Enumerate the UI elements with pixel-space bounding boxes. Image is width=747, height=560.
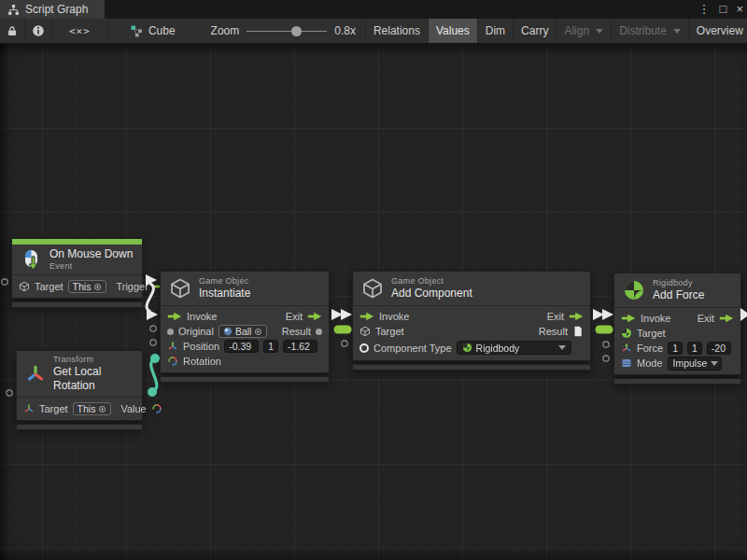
- component-type-dropdown[interactable]: Rigidbody: [457, 341, 571, 355]
- lock-button[interactable]: [0, 19, 25, 43]
- target-object-field[interactable]: This: [73, 402, 112, 415]
- force-y-field[interactable]: 1: [687, 342, 702, 355]
- graph-name: Cube: [148, 24, 176, 37]
- distribute-button[interactable]: Distribute: [611, 19, 688, 43]
- window-maximize-icon[interactable]: □: [720, 0, 727, 19]
- flow-input-port[interactable]: [167, 312, 182, 321]
- node-subtitle: Game Objec: [199, 276, 250, 287]
- carry-button[interactable]: Carry: [513, 19, 556, 43]
- game-object-icon: [361, 277, 384, 300]
- flow-output-port[interactable]: [569, 312, 584, 321]
- port-label-result: Result: [282, 326, 311, 337]
- rigidbody-icon: [623, 279, 645, 301]
- mode-dropdown[interactable]: Impulse: [668, 357, 722, 371]
- node-add-force[interactable]: Rigidbody Add Force Invoke Exit: [613, 273, 741, 385]
- zoom-control: Zoom 0.8x: [202, 19, 365, 43]
- game-object-icon: [169, 277, 191, 300]
- port-label-target: Target: [35, 281, 63, 292]
- component-page-icon[interactable]: [572, 326, 584, 337]
- unconnected-port: [2, 279, 7, 285]
- zoom-slider[interactable]: [247, 19, 327, 44]
- port-label-component-type: Component Type: [374, 343, 452, 354]
- graph-breadcrumb[interactable]: Cube: [121, 19, 185, 43]
- graph-canvas[interactable]: On Mouse Down Event Target This: [0, 44, 747, 560]
- port-label-trigger: Trigger: [116, 281, 148, 292]
- rigidbody-icon: [462, 343, 472, 353]
- inspect-button[interactable]: [25, 19, 52, 43]
- flow-input-port[interactable]: [359, 312, 374, 321]
- dropdown-caret-icon: [558, 345, 566, 350]
- port-label-value: Value: [120, 403, 146, 414]
- window-close-icon[interactable]: ×: [736, 0, 743, 19]
- relations-button[interactable]: Relations: [365, 19, 428, 43]
- force-vector-icon: [621, 343, 632, 354]
- game-object-icon: [19, 281, 30, 292]
- position-vector-icon: [167, 341, 178, 352]
- port-label-mode: Mode: [637, 357, 663, 369]
- node-footer: [16, 424, 143, 430]
- port-label-force: Force: [637, 343, 663, 354]
- script-graph-window: Script Graph ⋮ □ × <×>: [0, 0, 747, 560]
- unconnected-port: [342, 341, 347, 346]
- dropdown-caret-icon: [673, 29, 681, 34]
- lock-icon: [7, 25, 18, 37]
- flow-output-port[interactable]: [719, 314, 734, 323]
- unconnected-port: [150, 340, 156, 345]
- flow-wire-arrow: [341, 309, 352, 320]
- node-title: Add Force: [653, 288, 704, 302]
- window-menu-icon[interactable]: ⋮: [698, 0, 711, 19]
- values-button[interactable]: Values: [428, 19, 477, 43]
- position-y-field[interactable]: 1: [263, 340, 278, 353]
- node-title: Get Local Rotation: [53, 365, 134, 393]
- port-label-rotation: Rotation: [183, 356, 221, 367]
- zoom-label: Zoom: [211, 24, 240, 37]
- flow-wire-arrow: [147, 309, 158, 320]
- unconnected-port: [150, 326, 156, 331]
- node-footer: [11, 301, 143, 308]
- object-picker-icon[interactable]: [93, 283, 102, 291]
- position-x-field[interactable]: -0.39: [224, 340, 259, 353]
- target-object-field[interactable]: This: [68, 280, 107, 293]
- flow-wire-arrow: [593, 309, 604, 320]
- enum-icon: [621, 357, 632, 369]
- port-label-exit: Exit: [286, 311, 303, 322]
- flow-input-port[interactable]: [621, 314, 636, 323]
- port-label-invoke: Invoke: [641, 313, 670, 324]
- rigidbody-icon: [621, 328, 632, 339]
- original-object-field[interactable]: Ball: [218, 325, 268, 338]
- node-subtitle: Rigidbody: [653, 278, 704, 288]
- force-z-field[interactable]: -20: [707, 342, 731, 355]
- title-bar: Script Graph ⋮ □ ×: [0, 0, 747, 19]
- value-output-port[interactable]: [316, 329, 322, 335]
- transform-icon: [23, 403, 35, 414]
- value-input-port[interactable]: [167, 329, 174, 335]
- overview-button[interactable]: Overview: [688, 19, 747, 43]
- tab-title: Script Graph: [25, 3, 88, 16]
- node-get-local-rotation[interactable]: Transform Get Local Rotation: [16, 350, 143, 430]
- graph-hierarchy-icon: [7, 4, 20, 16]
- flow-wire-arrow: [602, 309, 613, 320]
- info-icon: [32, 24, 45, 37]
- port-label-target: Target: [39, 403, 68, 414]
- force-x-field[interactable]: 1: [668, 342, 683, 355]
- port-label-exit: Exit: [547, 311, 564, 322]
- node-on-mouse-down[interactable]: On Mouse Down Event Target This: [11, 238, 143, 308]
- object-picker-icon[interactable]: [98, 405, 106, 413]
- node-add-component[interactable]: Game Object Add Component Invoke Exit: [352, 271, 591, 371]
- object-picker-icon[interactable]: [254, 328, 262, 336]
- align-button[interactable]: Align: [556, 19, 611, 43]
- ball-icon: [223, 327, 233, 336]
- port-label-target: Target: [637, 328, 666, 339]
- tab-script-graph[interactable]: Script Graph: [0, 0, 105, 19]
- flow-output-port[interactable]: [307, 312, 322, 321]
- node-instantiate[interactable]: Game Objec Instantiate Invoke Exit: [160, 271, 330, 383]
- position-z-field[interactable]: -1.62: [283, 340, 317, 353]
- code-view-toggle[interactable]: <×>: [52, 19, 108, 43]
- port-label-result: Result: [539, 326, 568, 337]
- zoom-slider-handle[interactable]: [291, 26, 302, 36]
- value-wire-end: [150, 354, 160, 363]
- node-footer: [613, 378, 741, 385]
- type-input-port[interactable]: [359, 343, 369, 353]
- dropdown-caret-icon: [711, 361, 718, 366]
- dim-button[interactable]: Dim: [477, 19, 513, 43]
